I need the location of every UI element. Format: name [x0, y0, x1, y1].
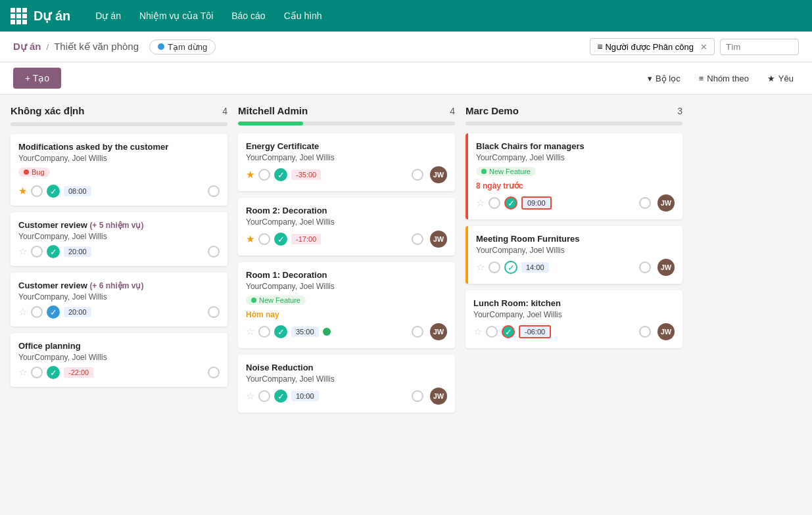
check-button[interactable]: ✓ — [47, 366, 60, 379]
card-company: YourCompany, Joel Willis — [473, 310, 675, 319]
timer-button[interactable] — [489, 261, 500, 273]
star-button[interactable]: ☆ — [18, 246, 27, 258]
close-icon[interactable]: ✕ — [700, 42, 707, 52]
avatar[interactable]: JW — [430, 231, 447, 248]
timer-button[interactable] — [31, 367, 43, 378]
star-button[interactable]: ☆ — [476, 261, 485, 273]
star-button[interactable]: ★ — [246, 233, 254, 245]
card-company: YourCompany, Joel Willis — [476, 246, 675, 255]
card-title: Modifications asked by the customer — [18, 142, 220, 152]
star-button[interactable]: ☆ — [246, 326, 254, 338]
check-button[interactable]: ✓ — [47, 305, 60, 319]
nav-project[interactable]: Dự án — [86, 0, 130, 32]
assign-button[interactable] — [412, 390, 423, 402]
create-button[interactable]: + Tạo — [13, 68, 61, 89]
assign-button[interactable] — [208, 246, 220, 258]
timer-button[interactable] — [31, 306, 43, 318]
avatar[interactable]: JW — [430, 323, 447, 340]
star-button[interactable]: ★ — [18, 185, 27, 197]
kanban-card[interactable]: Meeting Room FurnituresYourCompany, Joel… — [466, 226, 682, 284]
kanban-card[interactable]: Room 2: DecorationYourCompany, Joel Will… — [238, 198, 455, 256]
star-button[interactable]: ☆ — [18, 367, 27, 378]
check-button[interactable]: ✓ — [274, 325, 287, 338]
column-header: Mitchell Admin 4 — [238, 105, 455, 116]
column-header: Không xác định 4 — [11, 105, 227, 117]
check-button[interactable]: ✓ — [504, 261, 517, 274]
card-footer: ☆✓20:00 — [18, 245, 220, 258]
avatar[interactable]: JW — [657, 323, 675, 340]
progress-fill — [238, 122, 303, 125]
status-badge[interactable]: Tạm dừng — [149, 39, 216, 55]
filter-button[interactable]: ▾ Bộ lọc — [642, 71, 686, 86]
avatar[interactable]: JW — [430, 166, 447, 183]
progress-bar — [466, 122, 682, 125]
timer-button[interactable] — [258, 326, 270, 338]
check-button[interactable]: ✓ — [504, 196, 517, 210]
breadcrumb-current: Thiết kế văn phòng — [54, 41, 139, 53]
timer-button[interactable] — [258, 390, 270, 402]
timer-button[interactable] — [258, 169, 270, 181]
status-dot — [158, 43, 164, 50]
assign-button[interactable] — [412, 169, 423, 181]
star-button[interactable]: ☆ — [476, 197, 485, 209]
top-navigation: Dự án Dự án Nhiệm vụ của Tôi Báo cáo Cấu… — [0, 0, 812, 32]
time-badge: 10:00 — [291, 391, 319, 401]
assign-button[interactable] — [208, 185, 220, 197]
kanban-card[interactable]: Customer review (+ 5 nhiệm vụ)YourCompan… — [11, 212, 227, 266]
card-company: YourCompany, Joel Willis — [246, 217, 447, 227]
time-badge: 08:00 — [64, 186, 91, 196]
kanban-card[interactable]: Black Chairs for managersYourCompany, Jo… — [466, 133, 682, 219]
timer-button[interactable] — [31, 246, 43, 258]
assign-button[interactable] — [412, 326, 423, 338]
check-button[interactable]: ✓ — [274, 168, 287, 181]
kanban-card[interactable]: Office planningYourCompany, Joel Willis☆… — [11, 333, 227, 387]
time-badge: 20:00 — [64, 307, 91, 317]
action-bar: + Tạo ▾ Bộ lọc ≡ Nhóm theo ★ Yêu — [0, 62, 812, 95]
assign-button[interactable] — [639, 197, 651, 209]
kanban-card[interactable]: Modifications asked by the customerYourC… — [11, 134, 227, 206]
assign-button[interactable] — [208, 367, 220, 378]
timer-button[interactable] — [258, 233, 270, 245]
subtask-link[interactable]: (+ 6 nhiệm vụ) — [89, 281, 143, 290]
check-button[interactable]: ✓ — [274, 233, 287, 246]
group-by-button[interactable]: ≡ Nhóm theo — [694, 71, 754, 86]
timer-button[interactable] — [486, 326, 498, 338]
nav-config[interactable]: Cấu hình — [275, 0, 331, 32]
timer-button[interactable] — [31, 185, 43, 197]
card-title: Office planning — [18, 341, 220, 351]
search-input[interactable] — [720, 39, 799, 55]
kanban-card[interactable]: Room 1: DecorationYourCompany, Joel Will… — [238, 262, 455, 348]
assign-button[interactable] — [208, 306, 220, 318]
star-button[interactable]: ★ — [246, 169, 254, 181]
assign-button[interactable] — [412, 233, 423, 245]
avatar[interactable]: JW — [657, 194, 675, 212]
favorites-button[interactable]: ★ Yêu — [762, 71, 799, 86]
kanban-card[interactable]: Energy CertificateYourCompany, Joel Will… — [238, 133, 455, 191]
check-button[interactable]: ✓ — [502, 325, 515, 338]
star-button[interactable]: ☆ — [18, 306, 27, 318]
column-header: Marc Demo 3 — [466, 105, 682, 116]
check-button[interactable]: ✓ — [47, 245, 60, 258]
grid-icon — [11, 8, 27, 24]
timer-button[interactable] — [489, 197, 500, 209]
time-badge: 20:00 — [64, 246, 91, 257]
assignee-filter[interactable]: ≡ Người được Phân công ✕ — [590, 38, 715, 55]
kanban-card[interactable]: Noise ReductionYourCompany, Joel Willis☆… — [238, 355, 455, 413]
avatar[interactable]: JW — [430, 388, 447, 405]
nav-reports[interactable]: Báo cáo — [222, 0, 274, 32]
assign-button[interactable] — [639, 261, 651, 273]
kanban-card[interactable]: Customer review (+ 6 nhiệm vụ)YourCompan… — [11, 273, 227, 326]
check-button[interactable]: ✓ — [47, 185, 60, 198]
kanban-card[interactable]: Lunch Room: kitchenYourCompany, Joel Wil… — [466, 290, 682, 348]
check-button[interactable]: ✓ — [274, 390, 287, 403]
card-footer: ☆✓14:00JW — [476, 259, 675, 276]
subtask-link[interactable]: (+ 5 nhiệm vụ) — [89, 221, 143, 230]
nav-my-tasks[interactable]: Nhiệm vụ của Tôi — [130, 0, 222, 32]
breadcrumb-root[interactable]: Dự án — [13, 41, 41, 53]
star-button[interactable]: ☆ — [246, 390, 254, 402]
column-title: Marc Demo — [466, 105, 672, 116]
avatar[interactable]: JW — [657, 259, 675, 276]
column-count: 4 — [222, 106, 227, 116]
star-button[interactable]: ☆ — [473, 326, 482, 338]
assign-button[interactable] — [639, 326, 651, 338]
